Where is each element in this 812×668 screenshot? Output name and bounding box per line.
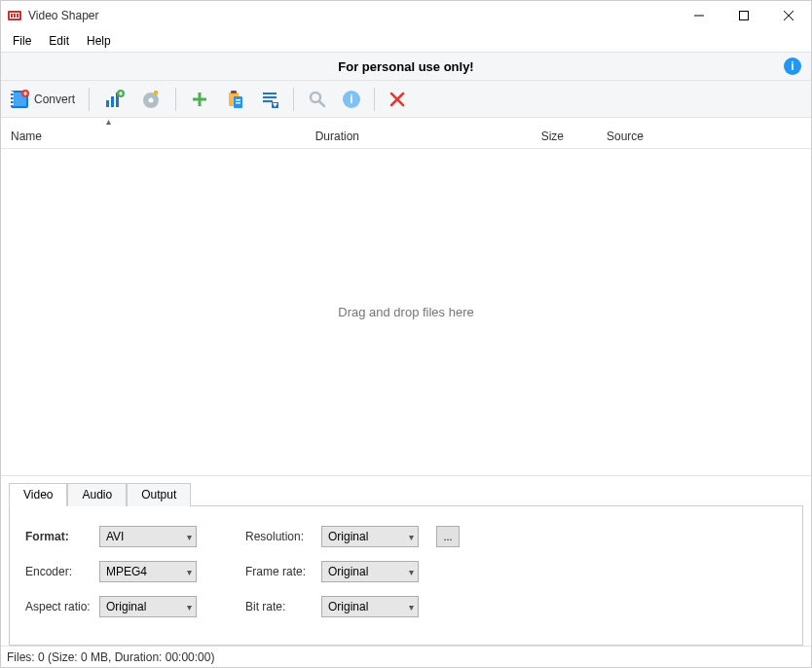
tab-video[interactable]: Video bbox=[9, 483, 67, 506]
search-icon bbox=[308, 90, 327, 109]
svg-rect-25 bbox=[231, 91, 237, 93]
chevron-down-icon: ▾ bbox=[409, 532, 414, 542]
encoder-select[interactable]: MPEG4 ▾ bbox=[99, 561, 197, 582]
audio-extract-button[interactable] bbox=[99, 85, 129, 114]
search-button[interactable] bbox=[304, 85, 331, 114]
banner: For personal use only! i bbox=[1, 52, 811, 81]
chevron-down-icon: ▾ bbox=[187, 567, 192, 577]
close-button[interactable] bbox=[766, 1, 811, 30]
status-bar: Files: 0 (Size: 0 MB, Duration: 00:00:00… bbox=[1, 646, 811, 667]
convert-button[interactable]: Convert bbox=[5, 85, 79, 114]
menu-edit[interactable]: Edit bbox=[41, 32, 77, 50]
column-header-row: Name Duration Size Source bbox=[1, 124, 811, 149]
window-title: Video Shaper bbox=[28, 9, 99, 22]
equalizer-icon bbox=[103, 89, 125, 110]
empty-list-text: Drag and drop files here bbox=[338, 305, 473, 319]
framerate-label: Frame rate: bbox=[245, 565, 321, 578]
tab-panel-video: Format: AVI ▾ Resolution: Original ▾ ...… bbox=[9, 505, 803, 646]
framerate-select[interactable]: Original ▾ bbox=[321, 561, 419, 582]
menu-help[interactable]: Help bbox=[79, 32, 119, 50]
svg-rect-27 bbox=[236, 99, 240, 101]
svg-rect-14 bbox=[11, 103, 14, 105]
chevron-down-icon: ▾ bbox=[409, 567, 414, 577]
paste-button[interactable] bbox=[221, 85, 248, 114]
svg-line-34 bbox=[319, 101, 324, 106]
toolbar-separator bbox=[293, 88, 294, 111]
tab-output[interactable]: Output bbox=[127, 483, 191, 506]
toolbar-separator bbox=[89, 88, 90, 111]
toolbar-separator bbox=[175, 88, 176, 111]
svg-rect-11 bbox=[11, 92, 14, 93]
format-select[interactable]: AVI ▾ bbox=[99, 526, 197, 547]
chevron-down-icon: ▾ bbox=[409, 602, 414, 612]
file-list-area[interactable]: Drag and drop files here bbox=[1, 149, 811, 475]
maximize-button[interactable] bbox=[721, 1, 766, 30]
plus-icon bbox=[190, 90, 209, 109]
info-icon[interactable]: i bbox=[784, 57, 801, 75]
svg-rect-4 bbox=[17, 14, 18, 18]
svg-rect-16 bbox=[106, 100, 109, 107]
info-circle-icon: i bbox=[343, 91, 360, 108]
chevron-down-icon: ▾ bbox=[187, 602, 192, 612]
svg-rect-28 bbox=[236, 102, 240, 104]
toolbar-separator bbox=[374, 88, 375, 111]
clipboard-icon bbox=[225, 90, 244, 109]
aspect-label: Aspect ratio: bbox=[25, 600, 99, 613]
x-icon bbox=[388, 91, 406, 108]
bitrate-select[interactable]: Original ▾ bbox=[321, 596, 419, 617]
delete-button[interactable] bbox=[385, 85, 410, 114]
sort-indicator-row: ▴ bbox=[1, 118, 811, 124]
minimize-button[interactable] bbox=[677, 1, 721, 30]
svg-point-21 bbox=[149, 97, 154, 102]
encoder-label: Encoder: bbox=[25, 565, 99, 578]
svg-rect-2 bbox=[11, 14, 13, 18]
app-icon bbox=[7, 8, 22, 23]
sort-ascending-icon: ▴ bbox=[106, 116, 111, 127]
info-button[interactable]: i bbox=[339, 85, 364, 114]
svg-rect-6 bbox=[740, 12, 749, 20]
svg-rect-12 bbox=[11, 95, 14, 97]
aspect-select[interactable]: Original ▾ bbox=[99, 596, 197, 617]
banner-text: For personal use only! bbox=[338, 59, 473, 74]
settings-panel: Video Audio Output Format: AVI ▾ Resolut… bbox=[1, 475, 811, 646]
disc-burn-icon bbox=[140, 89, 162, 110]
status-text: Files: 0 (Size: 0 MB, Duration: 00:00:00… bbox=[7, 650, 214, 664]
column-name[interactable]: Name bbox=[7, 130, 211, 143]
svg-rect-3 bbox=[14, 14, 16, 18]
list-button[interactable] bbox=[256, 85, 283, 114]
resolution-select[interactable]: Original ▾ bbox=[321, 526, 419, 547]
titlebar: Video Shaper bbox=[1, 1, 811, 30]
toolbar: Convert bbox=[1, 81, 811, 118]
burn-disc-button[interactable] bbox=[136, 85, 166, 114]
add-button[interactable] bbox=[186, 85, 213, 114]
convert-label: Convert bbox=[34, 93, 75, 106]
film-icon bbox=[9, 89, 30, 110]
column-duration[interactable]: Duration bbox=[211, 130, 363, 143]
menu-file[interactable]: File bbox=[5, 32, 39, 50]
resolution-label: Resolution: bbox=[245, 530, 321, 543]
column-size[interactable]: Size bbox=[363, 130, 568, 143]
column-source[interactable]: Source bbox=[568, 130, 805, 143]
bitrate-label: Bit rate: bbox=[245, 600, 321, 613]
menubar: File Edit Help bbox=[1, 30, 811, 52]
svg-rect-13 bbox=[11, 99, 14, 101]
tab-audio[interactable]: Audio bbox=[67, 483, 127, 506]
svg-rect-17 bbox=[111, 96, 114, 107]
chevron-down-icon: ▾ bbox=[187, 532, 192, 542]
format-label: Format: bbox=[25, 530, 99, 543]
resolution-browse-button[interactable]: ... bbox=[436, 526, 460, 547]
list-download-icon bbox=[260, 90, 279, 109]
